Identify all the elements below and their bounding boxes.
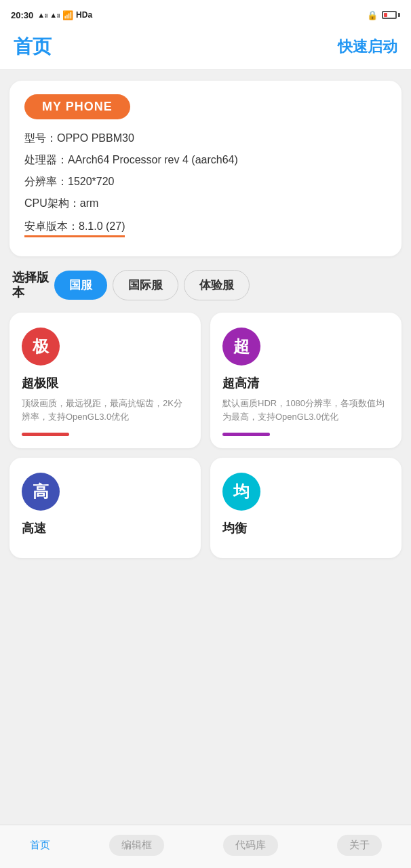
app-header: 首页 快速启动 [0,27,411,70]
nav-label-about: 关于 [349,839,370,850]
card-bar-ultra [22,433,69,436]
model-label: 型号： [24,132,57,144]
card-ultra[interactable]: 极 超极限 顶级画质，最远视距，最高抗锯齿，2K分辨率，支持OpenGL3.0优… [9,313,201,448]
bottom-nav: 首页 编辑框 代码库 关于 [0,825,411,868]
card-title-balanced: 均衡 [222,520,389,536]
nav-item-codelib[interactable]: 代码库 [212,832,289,859]
android-version-row: 安卓版本：8.1.0 (27) [24,217,387,237]
quick-start-button[interactable]: 快速启动 [338,37,397,57]
resolution-value: 1520*720 [68,176,115,187]
android-value: 8.1.0 (27) [79,220,125,232]
cards-grid: 极 超极限 顶级画质，最远视距，最高抗锯齿，2K分辨率，支持OpenGL3.0优… [9,313,402,558]
card-icon-high: 高 [22,473,60,511]
card-icon-balanced: 均 [222,473,260,511]
status-right: 🔒 [367,10,400,20]
lock-icon: 🔒 [367,10,378,20]
model-value: OPPO PBBM30 [57,132,134,144]
nav-item-editor[interactable]: 编辑框 [98,832,175,859]
card-balanced[interactable]: 均 均衡 [210,458,402,558]
main-content: MY PHONE 型号：OPPO PBBM30 处理器：AArch64 Proc… [0,70,411,623]
android-version-text: 安卓版本：8.1.0 (27) [24,218,125,237]
cpu-arch-label: CPU架构： [24,197,80,209]
wifi-icon: 📶 [62,10,73,20]
phone-info-card: MY PHONE 型号：OPPO PBBM30 处理器：AArch64 Proc… [9,81,402,256]
cpu-label: 处理器： [24,154,68,165]
version-btn-beta[interactable]: 体验服 [184,270,250,300]
version-selector: 选择版 本 国服 国际服 体验服 [9,270,402,300]
card-icon-text-ultra: 极 [33,336,49,357]
app-title: 首页 [14,34,52,60]
card-icon-hd: 超 [222,328,260,366]
card-title-high: 高速 [22,520,189,536]
resolution-label: 分辨率： [24,176,68,187]
nav-item-about[interactable]: 关于 [326,832,393,859]
resolution-row: 分辨率：1520*720 [24,174,387,190]
card-icon-text-hd: 超 [233,336,250,357]
battery-icon [382,11,400,19]
hda-label: HDa [76,10,92,20]
nav-label-codelib: 代码库 [235,839,266,850]
card-icon-text-high: 高 [33,481,49,502]
card-icon-text-balanced: 均 [233,481,250,502]
version-btn-international[interactable]: 国际服 [113,270,178,300]
status-left: 20:30 ▲ᵢₗ ▲ᵢₗ 📶 HDa [11,10,92,20]
cpu-row: 处理器：AArch64 Processor rev 4 (aarch64) [24,152,387,168]
cpu-arch-value: arm [80,197,99,209]
card-desc-hd: 默认画质HDR，1080分辨率，各项数值均为最高，支持OpenGL3.0优化 [222,397,389,423]
card-hd[interactable]: 超 超高清 默认画质HDR，1080分辨率，各项数值均为最高，支持OpenGL3… [210,313,402,448]
card-desc-ultra: 顶级画质，最远视距，最高抗锯齿，2K分辨率，支持OpenGL3.0优化 [22,397,189,423]
cpu-arch-row: CPU架构：arm [24,195,387,212]
status-bar: 20:30 ▲ᵢₗ ▲ᵢₗ 📶 HDa 🔒 [0,0,411,27]
cpu-value: AArch64 Processor rev 4 (aarch64) [68,154,238,165]
my-phone-badge: MY PHONE [24,94,130,119]
card-title-ultra: 超极限 [22,375,189,391]
card-bar-hd [222,433,270,436]
card-icon-ultra: 极 [22,328,60,366]
card-high[interactable]: 高 高速 [9,458,201,558]
version-btn-domestic[interactable]: 国服 [54,271,107,300]
version-selector-label: 选择版 本 [12,271,49,300]
status-time: 20:30 [11,10,33,20]
android-label: 安卓版本： [24,220,79,232]
nav-item-home[interactable]: 首页 [19,836,61,854]
model-row: 型号：OPPO PBBM30 [24,130,387,146]
nav-label-home: 首页 [30,839,50,852]
nav-label-editor: 编辑框 [121,839,152,850]
card-title-hd: 超高清 [222,375,389,391]
signal-icon: ▲ᵢₗ ▲ᵢₗ [37,11,60,20]
